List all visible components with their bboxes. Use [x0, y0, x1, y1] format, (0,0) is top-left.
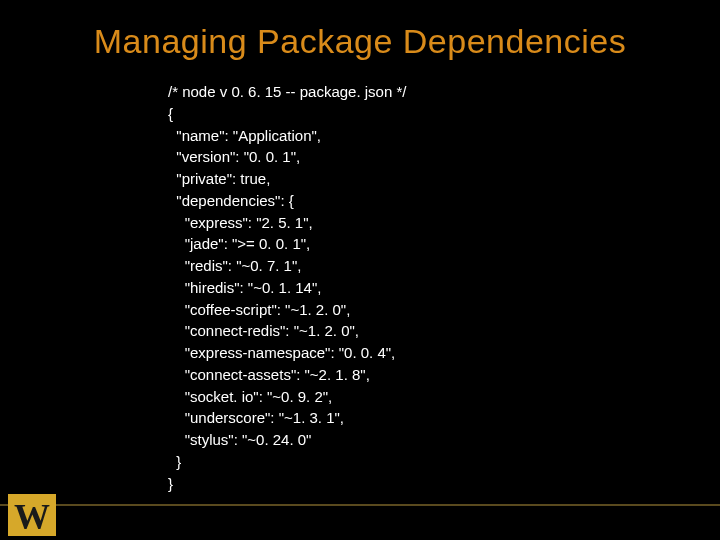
code-line: } [168, 453, 181, 470]
code-line: { [168, 105, 173, 122]
code-line: "express-namespace": "0. 0. 4", [168, 344, 395, 361]
logo-letter: W [14, 499, 50, 535]
code-line: "underscore": "~1. 3. 1", [168, 409, 344, 426]
code-line: "coffee-script": "~1. 2. 0", [168, 301, 350, 318]
code-line: "private": true, [168, 170, 270, 187]
code-line: "redis": "~0. 7. 1", [168, 257, 301, 274]
code-line: "version": "0. 0. 1", [168, 148, 300, 165]
slide: Managing Package Dependencies /* node v … [0, 0, 720, 540]
code-line: "jade": ">= 0. 0. 1", [168, 235, 310, 252]
code-line: "connect-assets": "~2. 1. 8", [168, 366, 370, 383]
code-line: } [168, 475, 173, 492]
code-line: "express": "2. 5. 1", [168, 214, 313, 231]
code-block: /* node v 0. 6. 15 -- package. json */ {… [168, 81, 720, 494]
footer-divider [0, 504, 720, 506]
slide-title: Managing Package Dependencies [0, 22, 720, 61]
code-line: "hiredis": "~0. 1. 14", [168, 279, 321, 296]
code-line: "socket. io": "~0. 9. 2", [168, 388, 332, 405]
code-comment: /* node v 0. 6. 15 -- package. json */ [168, 83, 406, 100]
logo-badge: W [8, 494, 56, 536]
code-line: "stylus": "~0. 24. 0" [168, 431, 311, 448]
code-line: "name": "Application", [168, 127, 321, 144]
code-line: "connect-redis": "~1. 2. 0", [168, 322, 359, 339]
code-line: "dependencies": { [168, 192, 294, 209]
